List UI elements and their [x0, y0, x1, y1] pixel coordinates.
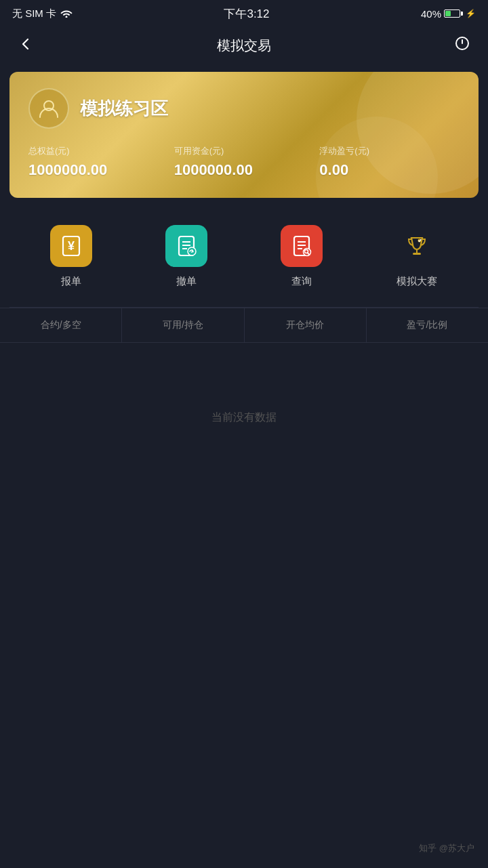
stat-total-equity-value: 1000000.00: [28, 161, 169, 179]
nav-bar: 模拟交易: [0, 27, 488, 64]
gold-card: 模拟练习区 总权益(元) 1000000.00 可用资金(元) 1000000.…: [9, 72, 479, 198]
page-title: 模拟交易: [217, 37, 271, 55]
col-available: 可用/持仓: [122, 308, 244, 342]
card-avatar: [28, 88, 69, 129]
stat-available-funds-value: 1000000.00: [174, 161, 314, 179]
dasai-label: 模拟大赛: [396, 275, 437, 288]
status-time: 下午3:12: [224, 6, 269, 22]
empty-text: 当前没有数据: [211, 411, 277, 425]
card-header: 模拟练习区: [28, 88, 460, 129]
back-button[interactable]: [14, 35, 38, 56]
wifi-icon: [60, 8, 73, 20]
battery-percent: 40%: [421, 8, 441, 20]
lightning-icon: ⚡: [466, 9, 476, 18]
status-bar: 无 SIM 卡 下午3:12 40% ⚡: [0, 0, 488, 27]
action-section: ¥ 报单 撤单: [0, 206, 488, 307]
stat-available-funds-label: 可用资金(元): [174, 145, 314, 157]
footer-watermark: 知乎 @苏大户: [419, 842, 474, 854]
action-chaxun[interactable]: 查询: [281, 225, 323, 288]
col-contract: 合约/多空: [0, 308, 122, 342]
stat-available-funds: 可用资金(元) 1000000.00: [174, 145, 314, 179]
col-pnl: 盈亏/比例: [367, 308, 488, 342]
chandan-icon-wrap: [165, 225, 207, 267]
card-title: 模拟练习区: [80, 97, 168, 121]
chaxun-label: 查询: [291, 275, 312, 288]
action-dasai[interactable]: 模拟大赛: [396, 225, 438, 288]
battery-icon: [444, 9, 463, 18]
baodian-label: 报单: [61, 275, 81, 288]
status-right: 40% ⚡: [421, 8, 476, 20]
table-header: 合约/多空 可用/持仓 开仓均价 盈亏/比例: [0, 308, 488, 343]
chaxun-icon-wrap: [281, 225, 323, 267]
stat-total-equity-label: 总权益(元): [28, 145, 169, 157]
svg-rect-17: [413, 253, 421, 255]
stat-floating-pnl-label: 浮动盈亏(元): [319, 145, 460, 157]
empty-state: 当前没有数据: [0, 343, 488, 493]
sim-status: 无 SIM 卡: [12, 7, 56, 20]
baodian-icon-wrap: ¥: [50, 225, 92, 267]
action-chandan[interactable]: 撤单: [165, 225, 207, 288]
stat-total-equity: 总权益(元) 1000000.00: [28, 145, 169, 179]
svg-point-8: [188, 247, 196, 255]
action-baodian[interactable]: ¥ 报单: [50, 225, 92, 288]
stat-floating-pnl-value: 0.00: [319, 161, 460, 179]
col-open-price: 开仓均价: [245, 308, 367, 342]
status-left: 无 SIM 卡: [12, 7, 73, 20]
card-stats: 总权益(元) 1000000.00 可用资金(元) 1000000.00 浮动盈…: [28, 145, 460, 179]
svg-text:¥: ¥: [68, 239, 75, 253]
stat-floating-pnl: 浮动盈亏(元) 0.00: [319, 145, 460, 179]
power-button[interactable]: [450, 35, 474, 56]
chandan-label: 撤单: [176, 275, 197, 288]
dasai-icon-wrap: [396, 225, 438, 267]
